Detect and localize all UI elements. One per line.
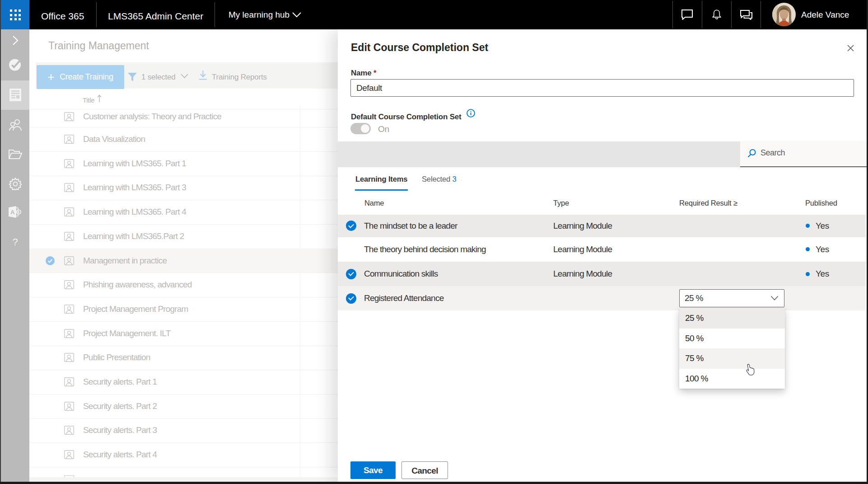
svg-text:A: A bbox=[10, 209, 15, 216]
